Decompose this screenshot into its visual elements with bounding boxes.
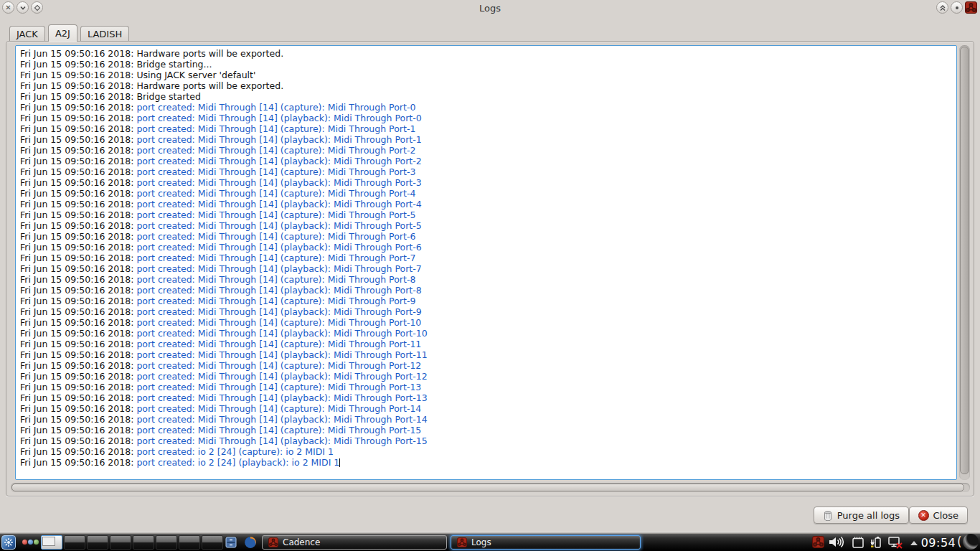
log-port-link: port created: io 2 [24] (playback): io 2… [136, 457, 339, 468]
vertical-scrollbar-thumb[interactable] [960, 47, 969, 474]
pager-desktop-4[interactable] [110, 535, 131, 550]
titlebar: ✕ Logs [0, 0, 980, 22]
app-menu-button[interactable] [1, 535, 16, 550]
log-line: Fri Jun 15 09:50:16 2018: port created: … [20, 242, 956, 253]
taskbar-clock[interactable]: 09:54 [920, 534, 956, 550]
close-dialog-button[interactable]: ✕ Close [909, 507, 968, 524]
log-port-link: port created: Midi Through [14] (capture… [136, 102, 415, 113]
log-port-link: port created: Midi Through [14] (playbac… [136, 414, 427, 425]
log-port-link: port created: Midi Through [14] (capture… [136, 123, 415, 134]
pager-desktop-8[interactable] [202, 535, 223, 550]
log-line: Fri Jun 15 09:50:16 2018: port created: … [20, 199, 956, 209]
log-port-link: port created: Midi Through [14] (playbac… [136, 392, 427, 403]
log-port-link: port created: Midi Through [14] (capture… [136, 188, 415, 199]
log-line: Fri Jun 15 09:50:16 2018: port created: … [20, 328, 956, 339]
log-port-link: port created: Midi Through [14] (playbac… [136, 371, 427, 382]
keep-above-icon [938, 4, 947, 12]
log-line: Fri Jun 15 09:50:16 2018: Hardware ports… [20, 80, 956, 91]
log-textarea[interactable]: Fri Jun 15 09:50:16 2018: Hardware ports… [15, 45, 957, 480]
log-line: Fri Jun 15 09:50:16 2018: port created: … [20, 188, 956, 199]
log-line: Fri Jun 15 09:50:16 2018: port created: … [20, 285, 956, 296]
tab-ladish[interactable]: LADISH [80, 26, 129, 41]
log-line: Fri Jun 15 09:50:16 2018: Bridge started [20, 91, 956, 102]
log-port-link: port created: Midi Through [14] (capture… [136, 317, 421, 328]
log-line: Fri Jun 15 09:50:16 2018: port created: … [20, 220, 956, 231]
purge-all-logs-button[interactable]: Purge all logs [814, 507, 909, 524]
log-line: Fri Jun 15 09:50:16 2018: port created: … [20, 263, 956, 274]
log-line: Fri Jun 15 09:50:16 2018: port created: … [20, 306, 956, 317]
firefox-launcher[interactable] [244, 536, 257, 551]
menu-icon [4, 537, 14, 547]
log-line: Fri Jun 15 09:50:16 2018: port created: … [20, 392, 956, 403]
log-port-link: port created: Midi Through [14] (playbac… [136, 113, 421, 123]
volume-icon [829, 536, 846, 548]
log-line: Fri Jun 15 09:50:16 2018: port created: … [20, 134, 956, 145]
pager-desktop-3[interactable] [87, 535, 108, 550]
log-line: Fri Jun 15 09:50:16 2018: port created: … [20, 339, 956, 349]
tab-bar: JACK A2J LADISH [9, 24, 129, 41]
pin-icon [956, 6, 958, 9]
pin-button[interactable] [951, 1, 963, 14]
pager-desktop-5[interactable] [133, 535, 154, 550]
taskbar-button-logs[interactable]: Logs [451, 535, 641, 550]
log-port-link: port created: Midi Through [14] (playbac… [136, 134, 421, 145]
drawer-button[interactable] [225, 536, 237, 551]
log-port-link: port created: io 2 [24] (capture): io 2 … [136, 446, 334, 457]
log-line: Fri Jun 15 09:50:16 2018: port created: … [20, 371, 956, 382]
moon-applet[interactable]: ( [957, 534, 979, 550]
launcher-green-icon[interactable] [34, 540, 39, 545]
tab-a2j[interactable]: A2J [48, 24, 77, 42]
hide-panel-icon[interactable] [910, 541, 918, 545]
tray-battery[interactable] [869, 536, 884, 551]
keep-above-button[interactable] [936, 1, 948, 14]
cadence-app-icon[interactable] [965, 1, 977, 14]
log-port-link: port created: Midi Through [14] (playbac… [136, 220, 421, 231]
horizontal-scrollbar-thumb[interactable] [11, 484, 964, 491]
tray-volume[interactable] [829, 536, 846, 551]
vertical-scrollbar[interactable] [959, 45, 970, 480]
log-port-link: port created: Midi Through [14] (capture… [136, 166, 415, 177]
pager-desktop-1[interactable] [41, 535, 62, 550]
taskbar-label-cadence: Cadence [283, 537, 320, 547]
log-line: Fri Jun 15 09:50:16 2018: port created: … [20, 177, 956, 188]
log-port-link: port created: Midi Through [14] (capture… [136, 253, 415, 263]
pager-desktop-6[interactable] [156, 535, 177, 550]
horizontal-scrollbar[interactable] [11, 483, 970, 492]
cadence-icon [268, 537, 278, 547]
log-line: Fri Jun 15 09:50:16 2018: port created: … [20, 414, 956, 425]
pager-desktop-7[interactable] [179, 535, 200, 550]
window-title: Logs [0, 3, 980, 14]
clipboard-icon [852, 536, 865, 549]
launcher-blue-icon[interactable] [28, 540, 33, 545]
log-port-link: port created: Midi Through [14] (playbac… [136, 156, 421, 166]
log-port-link: port created: Midi Through [14] (playbac… [136, 328, 427, 339]
log-port-link: port created: Midi Through [14] (capture… [136, 403, 421, 414]
firefox-icon [244, 536, 257, 549]
pager-desktop-2[interactable] [64, 535, 85, 550]
log-line: Fri Jun 15 09:50:16 2018: port created: … [20, 274, 956, 285]
log-port-link: port created: Midi Through [14] (capture… [136, 145, 415, 156]
log-port-link: port created: Midi Through [14] (playbac… [136, 306, 421, 317]
log-line: Fri Jun 15 09:50:16 2018: port created: … [20, 209, 956, 220]
screen: ✕ Logs [0, 0, 980, 551]
log-line: Fri Jun 15 09:50:16 2018: port created: … [20, 253, 956, 263]
log-port-link: port created: Midi Through [14] (playbac… [136, 199, 421, 209]
log-line: Fri Jun 15 09:50:16 2018: port created: … [20, 349, 956, 360]
tray-network[interactable] [887, 536, 905, 551]
tray-clipboard[interactable] [852, 536, 865, 551]
log-line: Fri Jun 15 09:50:16 2018: port created: … [20, 145, 956, 156]
log-line: Fri Jun 15 09:50:16 2018: port created: … [20, 231, 956, 242]
launcher-red-icon[interactable] [22, 540, 27, 545]
log-port-link: port created: Midi Through [14] (playbac… [136, 349, 427, 360]
log-port-link: port created: Midi Through [14] (capture… [136, 425, 421, 435]
log-line: Fri Jun 15 09:50:16 2018: port created: … [20, 123, 956, 134]
purge-all-logs-label: Purge all logs [837, 510, 900, 521]
text-cursor [339, 458, 340, 467]
taskbar-button-cadence[interactable]: Cadence [262, 535, 447, 550]
log-port-link: port created: Midi Through [14] (capture… [136, 339, 421, 349]
tray-cadence[interactable] [812, 536, 824, 551]
log-port-link: port created: Midi Through [14] (capture… [136, 360, 421, 371]
log-line: Fri Jun 15 09:50:16 2018: port created: … [20, 317, 956, 328]
close-red-icon: ✕ [918, 510, 929, 521]
tab-jack[interactable]: JACK [9, 26, 45, 41]
